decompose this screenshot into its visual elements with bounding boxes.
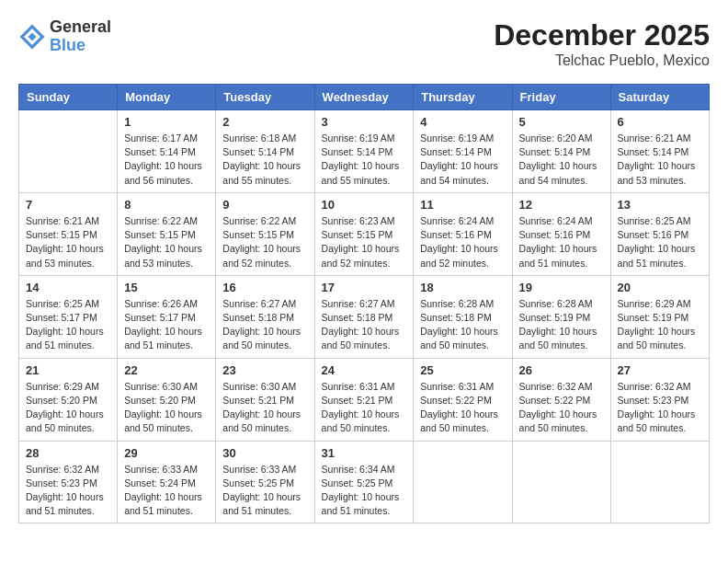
day-info: Sunrise: 6:17 AMSunset: 5:14 PMDaylight:… (124, 132, 209, 188)
logo-text: General Blue (50, 18, 111, 55)
calendar-cell: 31Sunrise: 6:34 AMSunset: 5:25 PMDayligh… (314, 441, 414, 523)
location-title: Telchac Pueblo, Mexico (494, 52, 710, 69)
day-info: Sunrise: 6:24 AMSunset: 5:16 PMDaylight:… (519, 214, 604, 270)
calendar-cell: 23Sunrise: 6:30 AMSunset: 5:21 PMDayligh… (216, 358, 314, 441)
calendar-cell: 14Sunrise: 6:25 AMSunset: 5:17 PMDayligh… (19, 275, 118, 358)
calendar-cell: 28Sunrise: 6:32 AMSunset: 5:23 PMDayligh… (19, 441, 118, 523)
calendar-cell: 3Sunrise: 6:19 AMSunset: 5:14 PMDaylight… (314, 110, 414, 193)
calendar-cell: 7Sunrise: 6:21 AMSunset: 5:15 PMDaylight… (19, 192, 118, 275)
day-info: Sunrise: 6:32 AMSunset: 5:23 PMDaylight:… (618, 380, 702, 436)
day-number: 29 (124, 446, 209, 460)
calendar-cell: 2Sunrise: 6:18 AMSunset: 5:14 PMDaylight… (216, 110, 314, 193)
calendar-cell (512, 441, 610, 523)
calendar-cell: 27Sunrise: 6:32 AMSunset: 5:23 PMDayligh… (610, 358, 709, 441)
day-number: 11 (420, 198, 505, 212)
day-number: 9 (222, 198, 307, 212)
calendar-cell: 30Sunrise: 6:33 AMSunset: 5:25 PMDayligh… (216, 441, 314, 523)
day-info: Sunrise: 6:31 AMSunset: 5:21 PMDaylight:… (322, 380, 407, 436)
day-info: Sunrise: 6:29 AMSunset: 5:19 PMDaylight:… (618, 297, 702, 353)
day-info: Sunrise: 6:20 AMSunset: 5:14 PMDaylight:… (519, 132, 604, 188)
day-info: Sunrise: 6:28 AMSunset: 5:19 PMDaylight:… (519, 297, 604, 353)
calendar-cell: 26Sunrise: 6:32 AMSunset: 5:22 PMDayligh… (512, 358, 610, 441)
calendar-cell: 5Sunrise: 6:20 AMSunset: 5:14 PMDaylight… (512, 110, 610, 193)
calendar-cell (414, 441, 512, 523)
day-number: 4 (420, 115, 505, 129)
day-number: 13 (618, 198, 702, 212)
day-info: Sunrise: 6:22 AMSunset: 5:15 PMDaylight:… (124, 214, 209, 270)
day-info: Sunrise: 6:27 AMSunset: 5:18 PMDaylight:… (222, 297, 307, 353)
day-number: 5 (519, 115, 604, 129)
calendar-cell: 22Sunrise: 6:30 AMSunset: 5:20 PMDayligh… (118, 358, 216, 441)
day-info: Sunrise: 6:21 AMSunset: 5:15 PMDaylight:… (26, 214, 110, 270)
weekday-header-wednesday: Wednesday (314, 85, 414, 110)
calendar-cell (610, 441, 709, 523)
day-info: Sunrise: 6:23 AMSunset: 5:15 PMDaylight:… (322, 214, 407, 270)
weekday-header-saturday: Saturday (610, 85, 709, 110)
weekday-header-row: SundayMondayTuesdayWednesdayThursdayFrid… (19, 85, 710, 110)
logo-line2: Blue (50, 37, 111, 55)
day-number: 15 (124, 281, 209, 294)
day-number: 22 (124, 363, 209, 377)
day-info: Sunrise: 6:26 AMSunset: 5:17 PMDaylight:… (124, 297, 209, 353)
day-number: 1 (124, 115, 209, 129)
day-info: Sunrise: 6:22 AMSunset: 5:15 PMDaylight:… (222, 214, 307, 270)
day-number: 31 (322, 446, 407, 460)
calendar-week-1: 1Sunrise: 6:17 AMSunset: 5:14 PMDaylight… (19, 110, 710, 193)
day-number: 8 (124, 198, 209, 212)
calendar-body: 1Sunrise: 6:17 AMSunset: 5:14 PMDaylight… (19, 110, 710, 523)
day-info: Sunrise: 6:34 AMSunset: 5:25 PMDaylight:… (322, 463, 407, 519)
day-number: 2 (222, 115, 307, 129)
weekday-header-thursday: Thursday (414, 85, 512, 110)
day-number: 25 (420, 363, 505, 377)
day-number: 26 (519, 363, 604, 377)
calendar-cell: 11Sunrise: 6:24 AMSunset: 5:16 PMDayligh… (414, 192, 512, 275)
calendar-cell: 15Sunrise: 6:26 AMSunset: 5:17 PMDayligh… (118, 275, 216, 358)
day-number: 6 (618, 115, 702, 129)
day-number: 7 (26, 198, 110, 212)
day-info: Sunrise: 6:19 AMSunset: 5:14 PMDaylight:… (420, 132, 505, 188)
calendar-cell: 24Sunrise: 6:31 AMSunset: 5:21 PMDayligh… (314, 358, 414, 441)
day-number: 20 (618, 281, 702, 294)
day-info: Sunrise: 6:33 AMSunset: 5:24 PMDaylight:… (124, 463, 209, 519)
weekday-header-friday: Friday (512, 85, 610, 110)
logo-line1: General (50, 18, 111, 37)
calendar-cell: 12Sunrise: 6:24 AMSunset: 5:16 PMDayligh… (512, 192, 610, 275)
calendar-cell: 4Sunrise: 6:19 AMSunset: 5:14 PMDaylight… (414, 110, 512, 193)
day-number: 24 (322, 363, 407, 377)
calendar-cell: 16Sunrise: 6:27 AMSunset: 5:18 PMDayligh… (216, 275, 314, 358)
calendar-cell: 6Sunrise: 6:21 AMSunset: 5:14 PMDaylight… (610, 110, 709, 193)
weekday-header-tuesday: Tuesday (216, 85, 314, 110)
day-info: Sunrise: 6:25 AMSunset: 5:16 PMDaylight:… (618, 214, 702, 270)
month-title: December 2025 (494, 18, 710, 52)
calendar-cell: 29Sunrise: 6:33 AMSunset: 5:24 PMDayligh… (118, 441, 216, 523)
calendar-week-2: 7Sunrise: 6:21 AMSunset: 5:15 PMDaylight… (19, 192, 710, 275)
calendar-cell: 10Sunrise: 6:23 AMSunset: 5:15 PMDayligh… (314, 192, 414, 275)
day-info: Sunrise: 6:31 AMSunset: 5:22 PMDaylight:… (420, 380, 505, 436)
title-area: December 2025 Telchac Pueblo, Mexico (494, 18, 710, 69)
calendar-week-3: 14Sunrise: 6:25 AMSunset: 5:17 PMDayligh… (19, 275, 710, 358)
calendar-cell: 13Sunrise: 6:25 AMSunset: 5:16 PMDayligh… (610, 192, 709, 275)
weekday-header-sunday: Sunday (19, 85, 118, 110)
day-info: Sunrise: 6:32 AMSunset: 5:23 PMDaylight:… (26, 463, 110, 519)
calendar-cell: 17Sunrise: 6:27 AMSunset: 5:18 PMDayligh… (314, 275, 414, 358)
header: General Blue December 2025 Telchac Puebl… (18, 18, 710, 69)
day-number: 3 (322, 115, 407, 129)
day-number: 16 (222, 281, 307, 294)
calendar-week-5: 28Sunrise: 6:32 AMSunset: 5:23 PMDayligh… (19, 441, 710, 523)
calendar-cell: 8Sunrise: 6:22 AMSunset: 5:15 PMDaylight… (118, 192, 216, 275)
calendar-cell: 9Sunrise: 6:22 AMSunset: 5:15 PMDaylight… (216, 192, 314, 275)
day-number: 12 (519, 198, 604, 212)
calendar-cell: 20Sunrise: 6:29 AMSunset: 5:19 PMDayligh… (610, 275, 709, 358)
calendar: SundayMondayTuesdayWednesdayThursdayFrid… (18, 84, 710, 523)
calendar-cell: 21Sunrise: 6:29 AMSunset: 5:20 PMDayligh… (19, 358, 118, 441)
day-number: 21 (26, 363, 110, 377)
calendar-cell: 25Sunrise: 6:31 AMSunset: 5:22 PMDayligh… (414, 358, 512, 441)
day-info: Sunrise: 6:19 AMSunset: 5:14 PMDaylight:… (322, 132, 407, 188)
calendar-cell: 18Sunrise: 6:28 AMSunset: 5:18 PMDayligh… (414, 275, 512, 358)
day-info: Sunrise: 6:33 AMSunset: 5:25 PMDaylight:… (222, 463, 307, 519)
day-info: Sunrise: 6:32 AMSunset: 5:22 PMDaylight:… (519, 380, 604, 436)
day-number: 27 (618, 363, 702, 377)
day-number: 23 (222, 363, 307, 377)
weekday-header-monday: Monday (118, 85, 216, 110)
day-info: Sunrise: 6:30 AMSunset: 5:21 PMDaylight:… (222, 380, 307, 436)
